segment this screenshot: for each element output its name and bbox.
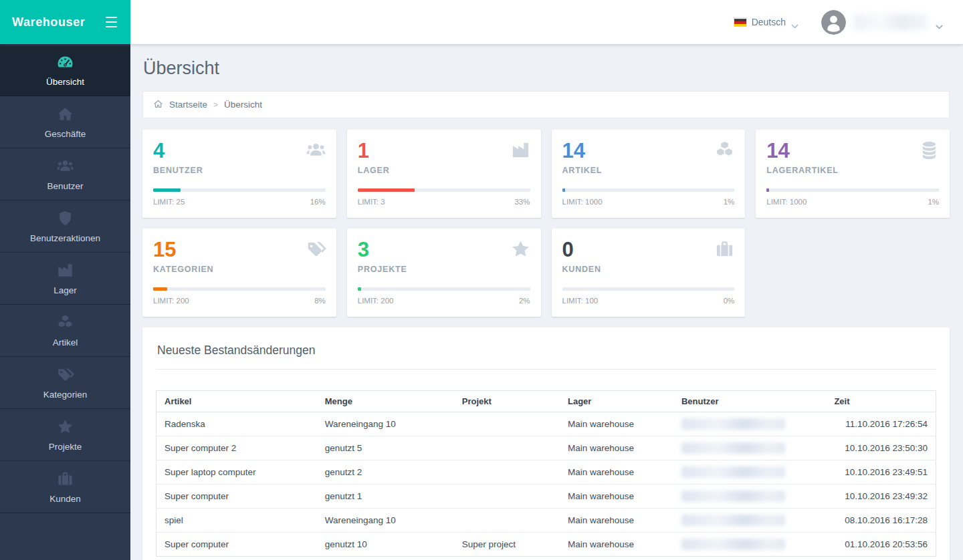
stat-card-kunden: 0 KUNDEN LIMIT: 100 0%	[552, 229, 746, 317]
stat-percent: 1%	[928, 198, 939, 206]
stat-limit: LIMIT: 200	[153, 297, 189, 305]
limit-progress-track	[153, 287, 326, 291]
stat-percent: 16%	[310, 198, 326, 206]
stat-limit: LIMIT: 100	[562, 297, 599, 305]
sidebar-item-label: Geschäfte	[45, 129, 86, 139]
cell-projekt	[454, 436, 560, 460]
stat-percent: 0%	[724, 297, 735, 305]
panel-title: Neueste Bestandsänderungen	[156, 342, 936, 370]
sidebar-item-uebersicht[interactable]: Übersicht	[0, 44, 130, 96]
language-selector[interactable]: Deutsch	[734, 17, 798, 27]
home-icon	[56, 105, 74, 123]
limit-progress-fill	[766, 188, 769, 192]
breadcrumb-startseite[interactable]: Startseite	[169, 100, 207, 110]
user-name-redacted	[681, 466, 785, 478]
cell-projekt	[454, 509, 560, 533]
stat-value: 14	[562, 139, 735, 163]
cell-lager: Main warehouse	[560, 412, 673, 436]
cell-benutzer	[673, 436, 827, 460]
cell-benutzer	[673, 484, 827, 509]
cell-zeit: 08.10.2016 16:17:28	[826, 509, 936, 533]
cell-menge: Wareneingang 10	[317, 509, 454, 533]
limit-progress-track	[153, 188, 326, 192]
table-row: Super laptop computergenutzt 2Main wareh…	[156, 460, 936, 484]
stat-cards: 4 BENUTZER LIMIT: 25 16% 1 LAGER LIMIT: …	[142, 130, 950, 317]
cell-benutzer	[673, 460, 827, 484]
sidebar-item-artikel[interactable]: Artikel	[0, 305, 130, 357]
cell-benutzer	[673, 533, 827, 557]
tags-icon	[306, 239, 326, 259]
star-icon	[56, 418, 74, 436]
stat-label: LAGERARTIKEL	[766, 166, 939, 175]
table-header-row: ArtikelMengeProjektLagerBenutzerZeit	[156, 391, 936, 412]
table-row: Super computergenutzt 10Super projectMai…	[156, 533, 936, 557]
column-header-benutzer: Benutzer	[673, 391, 827, 412]
stat-card-kategorien: 15 KATEGORIEN LIMIT: 200 8%	[142, 229, 336, 317]
stat-label: KATEGORIEN	[153, 265, 326, 274]
cell-artikel: Super computer 2	[156, 436, 317, 460]
sidebar-item-label: Benutzeraktionen	[30, 233, 100, 243]
sidebar-item-label: Kunden	[49, 494, 81, 504]
stat-value: 4	[153, 139, 326, 163]
limit-progress-track	[766, 188, 939, 192]
stat-value: 3	[358, 238, 530, 262]
stat-value: 15	[153, 238, 326, 262]
user-name-redacted	[681, 418, 785, 430]
stat-value: 1	[358, 139, 530, 163]
suitcase-icon	[56, 470, 74, 488]
user-menu[interactable]	[821, 10, 943, 35]
cell-artikel: Super laptop computer	[156, 460, 317, 484]
breadcrumb: Startseite > Übersicht	[142, 91, 950, 118]
user-name-redacted	[681, 442, 785, 454]
cell-artikel: Radenska	[156, 412, 317, 436]
user-name-redacted	[681, 491, 785, 502]
brand-header: Warehouser	[0, 0, 130, 44]
sidebar-item-lager[interactable]: Lager	[0, 253, 130, 305]
topbar-right: Deutsch	[130, 0, 963, 44]
cell-zeit: 11.10.2016 17:26:54	[826, 412, 936, 436]
user-name-redacted	[681, 539, 785, 550]
industry-icon	[510, 140, 531, 160]
stat-percent: 8%	[314, 297, 326, 305]
stat-percent: 33%	[514, 198, 530, 206]
stat-card-benutzer: 4 BENUTZER LIMIT: 25 16%	[142, 130, 336, 218]
cell-lager: Main warehouse	[560, 484, 673, 509]
limit-progress-fill	[562, 188, 565, 192]
cell-projekt: Super project	[454, 533, 560, 557]
stat-label: KUNDEN	[562, 265, 735, 274]
sidebar-item-kategorien[interactable]: Kategorien	[0, 357, 130, 409]
sidebar-item-benutzer[interactable]: Benutzer	[0, 148, 130, 200]
chevron-down-icon	[791, 20, 798, 25]
user-name-redacted	[854, 14, 928, 30]
column-header-zeit: Zeit	[826, 391, 936, 412]
main-content: Übersicht Startseite > Übersicht 4 BENUT…	[130, 0, 963, 560]
stat-label: LAGER	[358, 166, 530, 175]
users-icon	[56, 157, 74, 175]
cubes-icon	[714, 140, 735, 160]
industry-icon	[56, 261, 74, 279]
users-icon	[306, 140, 326, 160]
sidebar-item-benutzeraktionen[interactable]: Benutzeraktionen	[0, 200, 130, 253]
sidebar: Übersicht Geschäfte Benutzer Benutzerakt…	[0, 44, 130, 560]
app-logo[interactable]: Warehouser	[12, 15, 85, 29]
hamburger-menu-icon[interactable]	[104, 14, 118, 30]
sidebar-item-label: Artikel	[53, 337, 78, 347]
sidebar-item-kunden[interactable]: Kunden	[0, 461, 130, 513]
cell-artikel: spiel	[156, 509, 317, 533]
table-row: spielWareneingang 10Main warehouse08.10.…	[156, 509, 936, 533]
sidebar-item-projekte[interactable]: Projekte	[0, 409, 130, 461]
sidebar-item-label: Benutzer	[47, 181, 83, 191]
cell-menge: genutzt 2	[317, 460, 454, 484]
sidebar-item-geschaefte[interactable]: Geschäfte	[0, 96, 130, 148]
user-name-redacted	[681, 515, 785, 526]
limit-progress-fill	[153, 287, 167, 291]
tags-icon	[56, 366, 74, 384]
avatar	[821, 10, 846, 35]
stat-label: ARTIKEL	[562, 166, 735, 175]
cell-menge: Wareneingang 10	[317, 412, 454, 436]
stat-limit: LIMIT: 1000	[562, 198, 603, 206]
stat-limit: LIMIT: 200	[358, 297, 394, 305]
cell-menge: genutzt 1	[317, 484, 454, 509]
sidebar-item-label: Übersicht	[46, 77, 84, 87]
cell-zeit: 01.10.2016 20:53:56	[826, 533, 936, 557]
